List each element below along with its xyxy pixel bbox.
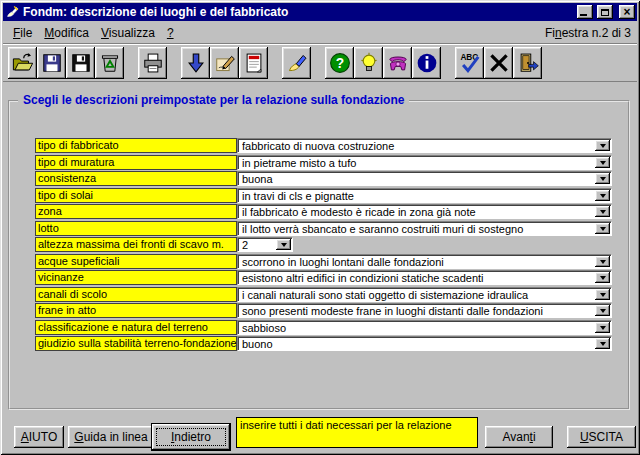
tips-button[interactable] xyxy=(354,47,383,79)
menu-visualizza[interactable]: Visualizza xyxy=(95,24,161,42)
combo-consistenza[interactable]: buona xyxy=(237,171,612,186)
combo-giudizio-stabilita[interactable]: buono xyxy=(237,336,612,351)
combo-altezza-scavo[interactable]: 2 xyxy=(237,237,293,252)
field-label: tipo di muratura xyxy=(35,155,237,170)
spell-check-icon: ABC xyxy=(459,52,481,74)
combo-acque-superficiali[interactable]: scorrono in luoghi lontani dalle fondazi… xyxy=(237,254,612,269)
menu-modifica[interactable]: Modifica xyxy=(38,24,95,42)
info-icon xyxy=(416,52,438,74)
combo-value: fabbricato di nuova costruzione xyxy=(242,140,593,152)
svg-text:?: ? xyxy=(335,55,343,70)
close-button[interactable]: × xyxy=(619,5,635,19)
combo-canali-di-scolo[interactable]: i canali naturali sono stati oggetto di … xyxy=(237,287,612,302)
format-button[interactable] xyxy=(282,47,311,79)
form-row-tipo-di-solai: tipo di solai in travi di cls e pignatte xyxy=(35,188,612,203)
combo-classificazione-terreno[interactable]: sabbioso xyxy=(237,320,612,335)
form-row-altezza-scavo: altezza massima dei fronti di scavo m. 2 xyxy=(35,237,612,252)
chevron-down-icon[interactable] xyxy=(595,157,610,168)
window-title: Fondm: descrizione dei luoghi e del fabb… xyxy=(23,5,573,19)
chevron-down-icon[interactable] xyxy=(595,338,610,349)
combo-tipo-di-muratura[interactable]: in pietrame misto a tufo xyxy=(237,155,612,170)
help-button[interactable]: ? xyxy=(325,47,354,79)
field-label: classificazione e natura del terreno xyxy=(35,320,237,335)
delete-record-button[interactable] xyxy=(95,47,124,79)
signature-button[interactable] xyxy=(210,47,239,79)
combo-tipo-di-fabbricato[interactable]: fabbricato di nuova costruzione xyxy=(237,138,612,153)
chevron-down-icon[interactable] xyxy=(595,256,610,267)
field-label: giudizio sulla stabilità terreno-fondazi… xyxy=(35,336,237,351)
chevron-down-icon[interactable] xyxy=(595,223,610,234)
minimize-icon xyxy=(580,14,587,16)
combo-value: in travi di cls e pignatte xyxy=(242,190,593,202)
notes-document-icon xyxy=(243,52,265,74)
maximize-icon xyxy=(601,9,609,16)
minimize-button[interactable] xyxy=(577,5,593,19)
form-row-vicinanze: vicinanze esistono altri edifici in cond… xyxy=(35,270,612,285)
combo-tipo-di-solai[interactable]: in travi di cls e pignatte xyxy=(237,188,612,203)
app-window: Fondm: descrizione dei luoghi e del fabb… xyxy=(0,0,640,455)
fondazione-groupbox: Scegli le descrizioni preimpostate per l… xyxy=(8,100,630,410)
combo-value: sono presenti modeste frane in luoghi di… xyxy=(242,305,593,317)
info-button[interactable] xyxy=(412,47,441,79)
chevron-down-icon[interactable] xyxy=(595,190,610,201)
notes-button[interactable] xyxy=(239,47,268,79)
form-row-classificazione-terreno: classificazione e natura del terreno sab… xyxy=(35,320,612,335)
combo-value: buono xyxy=(242,338,593,350)
field-label: vicinanze xyxy=(35,270,237,285)
down-arrow-icon xyxy=(185,52,207,74)
exit-button[interactable] xyxy=(513,47,542,79)
chevron-down-icon[interactable] xyxy=(595,173,610,184)
toolbar: ? xyxy=(3,43,637,82)
form-row-zona: zona il fabbricato è modesto è ricade in… xyxy=(35,204,612,219)
field-label: consistenza xyxy=(35,171,237,186)
chevron-down-icon[interactable] xyxy=(595,322,610,333)
save-floppy-black-icon xyxy=(70,52,92,74)
titlebar: Fondm: descrizione dei luoghi e del fabb… xyxy=(3,3,637,21)
field-label: lotto xyxy=(35,221,237,236)
save-button[interactable] xyxy=(37,47,66,79)
cancel-button[interactable] xyxy=(484,47,513,79)
field-label: frane in atto xyxy=(35,303,237,318)
form-row-acque-superficiali: acque supeficiali scorrono in luoghi lon… xyxy=(35,254,612,269)
contact-button[interactable] xyxy=(383,47,412,79)
guida-in-linea-button[interactable]: Guida in linea xyxy=(68,426,154,448)
field-label: zona xyxy=(35,204,237,219)
combo-lotto[interactable]: il lotto verrà sbancato e saranno costru… xyxy=(237,221,612,236)
chevron-down-icon[interactable] xyxy=(595,305,610,316)
combo-frane-in-atto[interactable]: sono presenti modeste frane in luoghi di… xyxy=(237,303,612,318)
combo-value: in pietrame misto a tufo xyxy=(242,157,593,169)
uscita-button[interactable]: USCITA xyxy=(567,426,636,448)
paint-brush-icon xyxy=(286,52,308,74)
field-label: canali di scolo xyxy=(35,287,237,302)
group-title: Scegli le descrizioni preimpostate per l… xyxy=(18,93,409,107)
form-row-tipo-di-fabbricato: tipo di fabbricato fabbricato di nuova c… xyxy=(35,138,612,153)
open-folder-icon xyxy=(12,52,34,74)
spellcheck-button[interactable]: ABC xyxy=(455,47,484,79)
aiuto-button[interactable]: AIUTO xyxy=(14,426,64,448)
save-floppy-icon xyxy=(41,52,63,74)
exit-door-icon xyxy=(517,52,539,74)
combo-vicinanze[interactable]: esistono altri edifici in condizioni sta… xyxy=(237,270,612,285)
menu-file[interactable]: File xyxy=(7,24,38,42)
import-button[interactable] xyxy=(181,47,210,79)
menu-help[interactable]: ? xyxy=(161,24,180,42)
chevron-down-icon[interactable] xyxy=(595,206,610,217)
close-icon: × xyxy=(623,7,630,17)
chevron-down-icon[interactable] xyxy=(276,239,291,250)
light-bulb-icon xyxy=(358,52,380,74)
maximize-button[interactable] xyxy=(597,5,613,19)
chevron-down-icon[interactable] xyxy=(595,289,610,300)
delete-cross-icon xyxy=(488,52,510,74)
open-button[interactable] xyxy=(8,47,37,79)
indietro-button[interactable]: Indietro xyxy=(152,424,230,450)
field-label: tipo di fabbricato xyxy=(35,138,237,153)
chevron-down-icon[interactable] xyxy=(595,140,610,151)
chevron-down-icon[interactable] xyxy=(595,272,610,283)
help-question-icon: ? xyxy=(329,52,351,74)
print-button[interactable] xyxy=(138,47,167,79)
form-row-consistenza: consistenza buona xyxy=(35,171,612,186)
save-as-button[interactable] xyxy=(66,47,95,79)
form-rows: tipo di fabbricato fabbricato di nuova c… xyxy=(35,138,612,353)
avanti-button[interactable]: Avanti xyxy=(485,426,553,448)
combo-zona[interactable]: il fabbricato è modesto è ricade in zona… xyxy=(237,204,612,219)
